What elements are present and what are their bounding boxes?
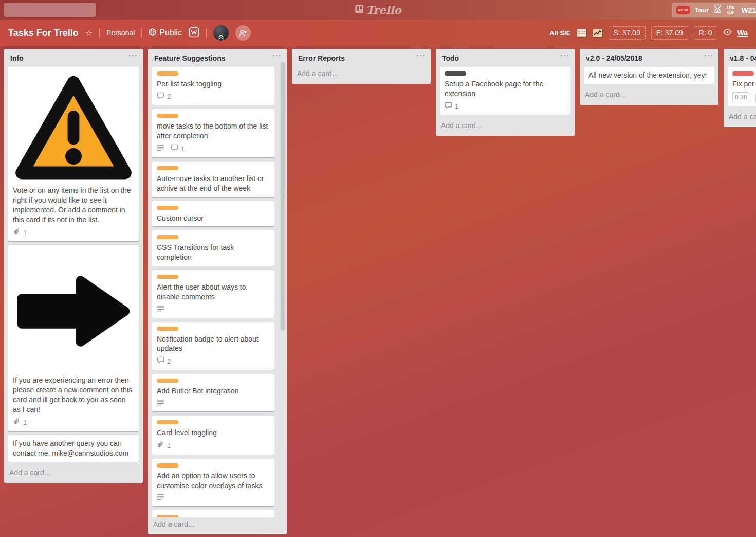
stat-r[interactable]: R: 0: [694, 26, 717, 40]
task-list-icon[interactable]: [577, 29, 587, 38]
card[interactable]: If you have another query you can contac…: [8, 435, 139, 462]
badge-count: 1: [23, 228, 27, 238]
card[interactable]: Setup a Facebook page for the extension1: [440, 67, 570, 115]
eye-icon[interactable]: [723, 28, 732, 38]
public-label: Public: [159, 28, 182, 38]
card-label-orange: [157, 275, 178, 279]
add-card-button[interactable]: Add a card…: [292, 67, 431, 82]
add-card-button[interactable]: Add a card…: [580, 88, 718, 103]
list-title[interactable]: v1.8 - 04: [724, 49, 756, 66]
card-badges: 1: [157, 144, 270, 154]
card[interactable]: Add a dropdown to archive all completed …: [152, 510, 274, 517]
comment-badge: 1: [445, 102, 458, 112]
globe-icon: [149, 28, 156, 38]
chart-icon[interactable]: [593, 29, 603, 38]
trello-board-icon: [355, 5, 363, 15]
new-badge: NEW: [676, 6, 690, 14]
attachment-icon: [157, 441, 164, 451]
badge-count: 2: [167, 92, 171, 101]
description-badge: [157, 145, 164, 154]
card[interactable]: If you are experiencing an error then pl…: [8, 245, 139, 431]
attachment-badge: 1: [13, 418, 27, 428]
card-label-black: [445, 71, 466, 76]
card[interactable]: Custom cursor: [152, 201, 274, 227]
card[interactable]: Vote or on any items in the list on the …: [8, 67, 139, 241]
board-canvas: Info···Vote or on any items in the list …: [0, 46, 756, 537]
hourglass-icon[interactable]: [713, 4, 722, 16]
card-title: Vote or on any items in the list on the …: [13, 186, 134, 225]
card-title: Setup a Facebook page for the extension: [445, 79, 566, 99]
badge-count: 1: [455, 102, 458, 111]
list-menu-icon[interactable]: ···: [560, 51, 569, 60]
list-feature-suggestions: Feature Suggestions···Per-list task togg…: [148, 49, 287, 534]
list-v2-0-24-05-2018: v2.0 - 24/05/2018···All new version of t…: [580, 49, 718, 105]
card-title: Custom cursor: [157, 213, 270, 223]
tour-button[interactable]: Tour: [694, 6, 709, 14]
list-title[interactable]: v2.0 - 24/05/2018: [580, 49, 718, 66]
list-menu-icon[interactable]: ···: [272, 51, 282, 60]
add-card-button[interactable]: Add a card…: [436, 119, 575, 134]
card[interactable]: Auto-move tasks to another list or achiv…: [152, 162, 274, 197]
card-badges: [157, 399, 270, 408]
attachment-icon: [13, 418, 21, 428]
card[interactable]: Notification badge to alert about update…: [152, 322, 274, 370]
badge-count: 1: [181, 145, 185, 154]
card[interactable]: Alert the user about ways to disable com…: [152, 270, 274, 317]
card[interactable]: CSS Transitions for task completion: [152, 230, 274, 266]
list-scrollbar-thumb[interactable]: [281, 62, 285, 331]
search-box[interactable]: [4, 3, 96, 17]
list-menu-icon[interactable]: ···: [128, 51, 138, 60]
list-title[interactable]: Error Reports: [292, 49, 431, 66]
list-menu-icon[interactable]: ···: [704, 51, 713, 60]
card-badges: 0.380: [732, 92, 756, 102]
list-menu-icon[interactable]: ···: [416, 51, 426, 60]
search-input[interactable]: [4, 3, 96, 17]
card-label-orange: [157, 71, 178, 76]
card-label-orange: [157, 114, 178, 118]
trello-logo[interactable]: Trello: [355, 0, 401, 20]
list-title[interactable]: Feature Suggestions: [148, 49, 287, 66]
card-title: Fix per-: [732, 79, 756, 89]
card[interactable]: Add an option to allow users to customis…: [152, 459, 274, 506]
personal-menu[interactable]: Personal: [106, 29, 135, 37]
estimate-badge: 0.38: [732, 92, 749, 102]
divider: [206, 28, 207, 38]
divider: [141, 28, 142, 38]
stat-s[interactable]: S: 37.09: [609, 26, 646, 40]
powerup-icon[interactable]: [189, 27, 199, 40]
card-title: If you have another query you can contac…: [13, 439, 134, 458]
comment-icon: [445, 102, 452, 112]
card-label-orange: [157, 420, 178, 424]
card-badges: 2: [157, 92, 270, 102]
add-card-button[interactable]: Add a card…: [4, 466, 143, 481]
card[interactable]: All new version of the extension, yey!: [584, 67, 714, 84]
trello-logo-text: Trello: [366, 4, 401, 16]
board-title[interactable]: Tasks For Trello: [8, 28, 79, 39]
card-title: Notification badge to alert about update…: [157, 334, 270, 354]
visibility-public[interactable]: Public: [149, 28, 182, 38]
add-card-button[interactable]: Add a card…: [148, 517, 287, 532]
card[interactable]: Card-level toggling1: [152, 416, 274, 454]
card-title: CSS Transitions for task completion: [157, 243, 270, 262]
description-icon: [157, 399, 164, 408]
card-labels: [445, 71, 566, 76]
list-title[interactable]: Info: [4, 49, 143, 66]
card[interactable]: move tasks to the bottom of the list aft…: [152, 109, 274, 157]
add-member-button[interactable]: [235, 25, 251, 41]
star-icon[interactable]: ☆: [85, 28, 93, 38]
card[interactable]: Add Butler Bot integration: [152, 374, 274, 411]
arrow-right-image: [13, 252, 134, 370]
list-title[interactable]: Todo: [436, 49, 575, 66]
card-list: All new version of the extension, yey!: [580, 66, 718, 84]
card-label-orange: [157, 206, 178, 210]
board-header-right: All S/E S: 37.09 E: 37.09 R: 0 Wa: [549, 26, 748, 40]
avatar[interactable]: [213, 25, 229, 41]
add-card-button[interactable]: Add a card…: [724, 110, 756, 125]
description-badge: [157, 399, 164, 408]
stat-e[interactable]: E: 37.09: [651, 26, 688, 40]
watch-link[interactable]: Wa: [737, 29, 748, 37]
comment-badge: 2: [157, 356, 171, 366]
card[interactable]: Fix per-0.380: [728, 67, 756, 106]
card[interactable]: Per-list task toggling2: [152, 67, 274, 105]
card-labels: [157, 327, 270, 331]
